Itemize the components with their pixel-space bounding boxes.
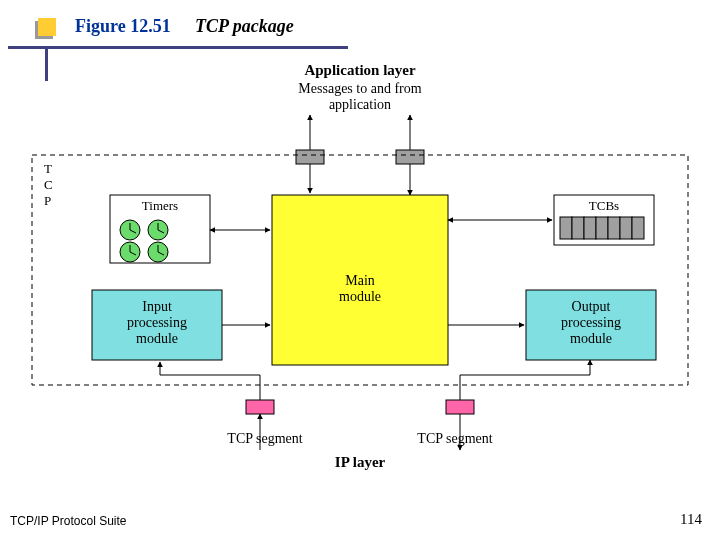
- svg-rect-33: [446, 400, 474, 414]
- app-layer-label: Application layer: [304, 62, 416, 78]
- tcp-box-c: C: [44, 177, 53, 192]
- clock-icon: [120, 242, 140, 262]
- slide-bullet: [38, 18, 56, 36]
- input-label-1: Input: [142, 299, 172, 314]
- svg-rect-24: [596, 217, 608, 239]
- clock-icon: [120, 220, 140, 240]
- svg-rect-4: [396, 150, 424, 164]
- tcp-box-p: P: [44, 193, 51, 208]
- svg-rect-21: [560, 217, 572, 239]
- output-label-2: processing: [561, 315, 621, 330]
- svg-rect-1: [296, 150, 324, 164]
- tcp-segment-right: TCP segment: [417, 431, 492, 446]
- main-label-2: module: [339, 289, 381, 304]
- svg-rect-22: [572, 217, 584, 239]
- footer-left: TCP/IP Protocol Suite: [10, 514, 127, 528]
- input-label-3: module: [136, 331, 178, 346]
- svg-rect-27: [632, 217, 644, 239]
- svg-rect-25: [608, 217, 620, 239]
- clock-icon: [148, 242, 168, 262]
- msgs-label-1: Messages to and from: [298, 81, 421, 96]
- tcp-box-t: T: [44, 161, 52, 176]
- output-label-1: Output: [572, 299, 611, 314]
- svg-rect-26: [620, 217, 632, 239]
- header-rule-h: [8, 46, 348, 49]
- figure-number: Figure 12.51: [75, 16, 171, 37]
- svg-rect-23: [584, 217, 596, 239]
- timers-label: Timers: [142, 198, 178, 213]
- tcp-package-diagram: Application layer Messages to and from a…: [0, 55, 720, 475]
- ip-layer-label: IP layer: [335, 454, 386, 470]
- output-label-3: module: [570, 331, 612, 346]
- tcb-cells: [560, 217, 644, 239]
- tcbs-label: TCBs: [589, 198, 619, 213]
- svg-rect-32: [246, 400, 274, 414]
- main-label-1: Main: [345, 273, 375, 288]
- figure-title: TCP package: [195, 16, 294, 37]
- page-number: 114: [680, 511, 702, 528]
- input-label-2: processing: [127, 315, 187, 330]
- msgs-label-2: application: [329, 97, 391, 112]
- tcp-segment-left: TCP segment: [227, 431, 302, 446]
- clock-icon: [148, 220, 168, 240]
